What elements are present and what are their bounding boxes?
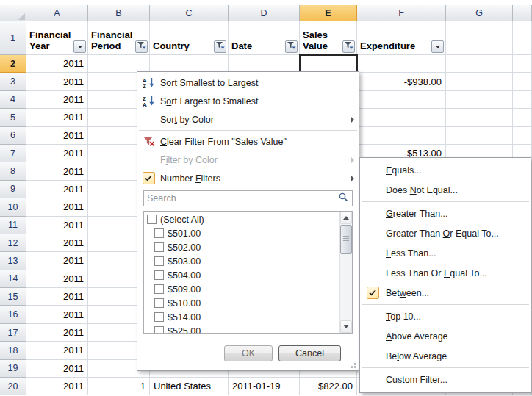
grid-cell[interactable]: 2011 — [26, 270, 88, 288]
grid-cell[interactable]: 2011 — [26, 109, 88, 126]
filter-value-item[interactable]: $504.00 — [144, 268, 339, 282]
checkbox-icon[interactable] — [154, 242, 164, 252]
grid-cell[interactable] — [446, 55, 513, 73]
grid-cell[interactable]: 2011 — [26, 217, 88, 234]
column-header-d[interactable]: D — [229, 5, 300, 21]
filter-button-a[interactable] — [73, 40, 86, 53]
grid-cell[interactable]: 2011 — [26, 198, 88, 216]
grid-cell[interactable] — [446, 91, 513, 109]
row-header-4[interactable]: 4 — [0, 91, 26, 109]
grid-cell[interactable] — [446, 73, 513, 90]
row-header-12[interactable]: 12 — [0, 234, 26, 252]
grid-cell[interactable]: 2011 — [26, 378, 88, 395]
search-input[interactable] — [147, 193, 338, 204]
header-cell-empty[interactable] — [446, 21, 513, 55]
row-header-16[interactable]: 16 — [0, 306, 26, 323]
filter-button-f[interactable] — [431, 40, 444, 53]
menu-item-clear-filter[interactable]: Clear Filter From "Sales Value" — [137, 132, 359, 151]
filter-value-item[interactable]: (Select All) — [144, 212, 339, 226]
grid-cell[interactable]: -$938.00 — [357, 73, 446, 90]
filter-button-d[interactable] — [285, 40, 298, 53]
row-header-13[interactable]: 13 — [0, 252, 26, 270]
header-cell-e[interactable]: Sales Value — [300, 21, 357, 55]
submenu-item[interactable]: Custom Filter... — [360, 370, 531, 389]
grid-cell[interactable]: 2011 — [26, 91, 88, 109]
grid-cell[interactable] — [357, 91, 446, 109]
filter-value-item[interactable]: $501.00 — [144, 226, 339, 240]
select-all-corner[interactable] — [0, 5, 26, 21]
row-header-5[interactable]: 5 — [0, 109, 26, 126]
checkbox-icon[interactable] — [154, 326, 164, 333]
row-header-15[interactable]: 15 — [0, 288, 26, 306]
row-header-6[interactable]: 6 — [0, 127, 26, 145]
row-header-14[interactable]: 14 — [0, 270, 26, 288]
row-header-7[interactable]: 7 — [0, 145, 26, 162]
filter-value-item[interactable]: $525.00 — [144, 324, 339, 333]
grid-cell[interactable]: United States — [150, 378, 229, 395]
grid-cell[interactable]: 2011 — [26, 162, 88, 180]
row-header-9[interactable]: 9 — [0, 181, 26, 198]
grid-cell[interactable]: 2011 — [26, 288, 88, 306]
header-cell-f[interactable]: Expenditure — [357, 21, 446, 55]
checkbox-icon[interactable] — [154, 298, 164, 308]
row-header-1[interactable]: 1 — [0, 21, 26, 55]
grid-cell[interactable] — [513, 55, 532, 73]
submenu-item[interactable]: Less Than Or Equal To... — [360, 263, 531, 283]
grid-cell[interactable] — [513, 127, 532, 145]
filter-value-item[interactable]: $509.00 — [144, 282, 339, 296]
grid-cell[interactable]: $822.00 — [300, 378, 357, 395]
grid-cell[interactable]: 2011-01-19 — [229, 378, 300, 395]
grid-cell[interactable] — [513, 91, 532, 109]
grid-cell[interactable]: 2011 — [26, 73, 88, 90]
submenu-item[interactable]: Above Average — [360, 326, 531, 346]
grid-cell[interactable]: 1 — [88, 378, 150, 395]
submenu-item[interactable]: Does Not Equal... — [360, 180, 531, 200]
checkbox-icon[interactable] — [154, 228, 164, 238]
grid-cell[interactable]: 2011 — [26, 234, 88, 252]
checkbox-icon[interactable] — [154, 284, 164, 294]
grid-cell[interactable]: 2011 — [26, 342, 88, 359]
header-cell-c[interactable]: Country — [150, 21, 229, 55]
checkbox-icon[interactable] — [154, 312, 164, 322]
column-header-e[interactable]: E — [300, 5, 357, 21]
column-header-g[interactable]: G — [446, 5, 513, 21]
checkbox-icon[interactable] — [154, 270, 164, 280]
row-header-8[interactable]: 8 — [0, 162, 26, 180]
header-cell-d[interactable]: Date — [229, 21, 300, 55]
grid-cell[interactable] — [88, 55, 150, 73]
grid-cell[interactable]: 2011 — [26, 252, 88, 270]
row-header-10[interactable]: 10 — [0, 198, 26, 216]
cancel-button[interactable]: Cancel — [278, 345, 341, 361]
filter-button-e[interactable] — [342, 40, 355, 53]
header-cell-a[interactable]: Financial Year — [26, 21, 88, 55]
row-header-2[interactable]: 2 — [0, 55, 26, 73]
row-header-18[interactable]: 18 — [0, 342, 26, 359]
menu-item-sort-by-color[interactable]: Sort by Color — [137, 110, 359, 129]
grid-cell[interactable] — [357, 109, 446, 126]
row-header-3[interactable]: 3 — [0, 73, 26, 90]
grid-cell[interactable]: 2011 — [26, 181, 88, 198]
submenu-item[interactable]: Between... — [360, 283, 531, 303]
column-header-c[interactable]: C — [150, 5, 229, 21]
filter-value-item[interactable]: $503.00 — [144, 254, 339, 268]
submenu-item[interactable]: Top 10... — [360, 306, 531, 326]
grid-cell[interactable] — [513, 73, 532, 90]
menu-item-sort-largest-to-smallest[interactable]: ZASort Largest to Smallest — [137, 92, 359, 110]
column-header-b[interactable]: B — [88, 5, 150, 21]
scroll-down-button[interactable] — [340, 320, 352, 333]
filter-button-c[interactable] — [214, 40, 226, 53]
checkbox-icon[interactable] — [147, 215, 157, 224]
search-box[interactable] — [143, 190, 353, 206]
grid-cell[interactable]: 2011 — [26, 324, 88, 342]
scroll-up-button[interactable] — [340, 212, 352, 224]
submenu-item[interactable]: Less Than... — [360, 243, 531, 263]
grid-cell[interactable]: 2011 — [26, 360, 88, 378]
column-header-a[interactable]: A — [26, 5, 88, 21]
header-cell-b[interactable]: Financial Period — [88, 21, 150, 55]
filter-value-item[interactable]: $514.00 — [144, 310, 339, 324]
submenu-item[interactable]: Greater Than Or Equal To... — [360, 223, 531, 243]
scroll-thumb[interactable] — [340, 225, 352, 254]
resize-grip[interactable] — [349, 361, 356, 368]
menu-item-number-filters[interactable]: Number Filters — [137, 169, 359, 187]
grid-cell[interactable]: 2011 — [26, 127, 88, 145]
